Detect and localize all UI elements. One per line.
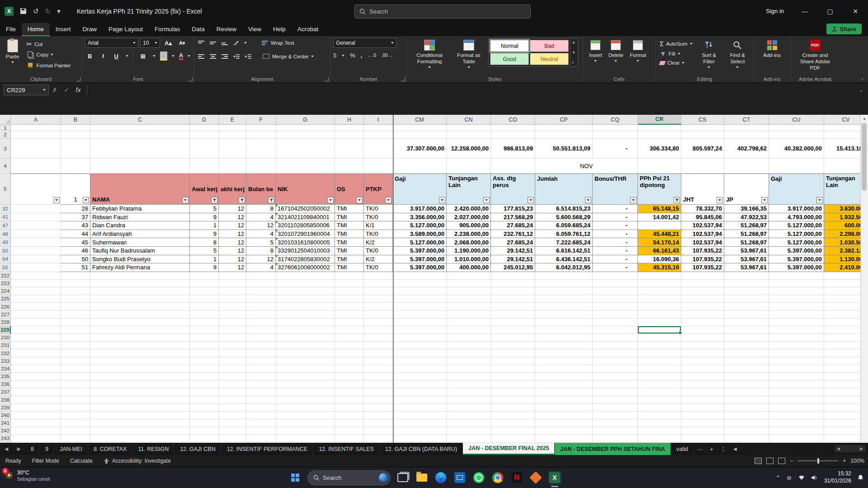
cell-CR230[interactable] <box>638 334 681 342</box>
cell-E54[interactable]: 12 <box>219 255 246 264</box>
cell-E222[interactable] <box>219 272 246 280</box>
cell-CM230[interactable] <box>393 334 447 342</box>
sheet-menu-icon[interactable]: ⋮ <box>717 446 729 453</box>
row-header-235[interactable]: 235 <box>0 373 11 380</box>
orientation-options-icon[interactable] <box>244 42 247 44</box>
cell-B235[interactable] <box>61 373 90 380</box>
format-painter-button[interactable]: Format Painter <box>25 61 72 70</box>
cell-CT3[interactable]: 402.798,62 <box>724 139 769 159</box>
cell-A238[interactable] <box>11 396 61 404</box>
row-header-1[interactable]: 1 <box>0 125 11 131</box>
cell-I47[interactable]: K/1 <box>364 221 393 230</box>
cell-B47[interactable]: 43 <box>61 221 90 230</box>
cell-CP233[interactable] <box>535 357 593 365</box>
cell-D231[interactable] <box>190 342 219 349</box>
cell-E3[interactable] <box>219 139 246 159</box>
cell-H231[interactable] <box>335 342 364 349</box>
cell-style-normal[interactable]: Normal <box>490 40 529 52</box>
cell-A231[interactable] <box>11 342 61 349</box>
filter-funnel-icon[interactable] <box>674 197 680 203</box>
underline-options-icon[interactable] <box>126 55 128 57</box>
cell-G32[interactable]: 1671042502050002 <box>276 205 335 213</box>
cell-CU242[interactable] <box>769 427 824 435</box>
cell-CM229[interactable] <box>393 326 447 334</box>
column-header-C[interactable]: C <box>90 115 190 125</box>
cell-I225[interactable] <box>364 295 393 303</box>
cell-CP241[interactable] <box>535 419 593 427</box>
cell-CS237[interactable] <box>681 388 724 396</box>
notification-bell-icon[interactable] <box>858 474 863 481</box>
sheet-tab-jan-desember-final-2025[interactable]: JAN - DESEMBER FINAL 2025 <box>463 443 555 455</box>
cell-G2[interactable] <box>276 131 335 139</box>
cell-C223[interactable] <box>90 280 190 287</box>
cell-CS226[interactable] <box>681 303 724 310</box>
edge-button[interactable] <box>434 471 448 484</box>
cell-CN225[interactable] <box>447 295 491 303</box>
column-header-CR[interactable]: CR <box>638 115 681 125</box>
cell-CP49[interactable]: 7.222.685,24 <box>535 238 593 247</box>
cell-F50[interactable]: 8 <box>246 247 276 255</box>
cell-CT224[interactable] <box>724 287 769 295</box>
cell-CP236[interactable] <box>535 380 593 388</box>
cell-CR49[interactable]: 54.170,14 <box>638 238 681 247</box>
cell-CT235[interactable] <box>724 373 769 380</box>
cell-CM47[interactable]: 5.127.000,00 <box>393 221 447 230</box>
cell-CM226[interactable] <box>393 303 447 310</box>
styles-gallery-more-icon[interactable]: ≡ <box>572 61 576 65</box>
cell-G55[interactable]: 3276061008000002 <box>276 263 335 272</box>
cell-A50[interactable] <box>11 247 61 255</box>
cell-CR5[interactable]: PPh Psl 21 dipotong <box>638 174 681 205</box>
cell-CM222[interactable] <box>393 272 447 280</box>
clipboard-dialog-launcher[interactable] <box>76 77 80 81</box>
sheet-tab-11-resign[interactable]: 11. RESIGN <box>132 443 175 455</box>
cell-CQ222[interactable] <box>593 272 638 280</box>
cell-D243[interactable] <box>190 435 219 442</box>
cell-H232[interactable] <box>335 349 364 357</box>
cell-CT4[interactable] <box>724 159 769 174</box>
cell-CT239[interactable] <box>724 404 769 412</box>
cell-CO233[interactable] <box>491 357 535 365</box>
cell-G227[interactable] <box>276 311 335 319</box>
cell-CP224[interactable] <box>535 287 593 295</box>
cell-CN2[interactable] <box>447 131 491 139</box>
cell-I233[interactable] <box>364 357 393 365</box>
cell-G225[interactable] <box>276 295 335 303</box>
accessibility-status[interactable]: Accessibility: Investigate <box>98 458 176 464</box>
cell-G235[interactable] <box>276 373 335 380</box>
font-color-options-icon[interactable] <box>188 55 190 57</box>
underline-button[interactable]: U <box>111 52 121 61</box>
orientation-icon[interactable] <box>232 39 240 47</box>
cell-B223[interactable] <box>61 280 90 287</box>
cell-CP222[interactable] <box>535 272 593 280</box>
cell-I4[interactable] <box>364 159 393 174</box>
cell-F224[interactable] <box>246 287 276 295</box>
filter-dropdown-icon[interactable] <box>761 197 768 203</box>
ribbon-tab-acrobat[interactable]: Acrobat <box>292 23 325 36</box>
cell-CU32[interactable]: 3.917.000,00 <box>769 205 824 213</box>
cell-CN226[interactable] <box>447 303 491 310</box>
cell-G3[interactable] <box>276 139 335 159</box>
cell-CP54[interactable]: 6.436.142,51 <box>535 255 593 264</box>
cell-CT236[interactable] <box>724 380 769 388</box>
create-share-pdf-button[interactable]: PDF Create and Share Adobe PDF <box>793 38 837 72</box>
weather-widget[interactable]: ☀6 30°C Sebagian cerah <box>5 469 50 482</box>
outlook-button[interactable] <box>453 471 467 484</box>
cell-G230[interactable] <box>276 334 335 342</box>
cell-CR236[interactable] <box>638 380 681 388</box>
cell-CR237[interactable] <box>638 388 681 396</box>
cell-D238[interactable] <box>190 396 219 404</box>
cell-CQ237[interactable] <box>593 388 638 396</box>
cell-CU237[interactable] <box>769 388 824 396</box>
cell-D41[interactable]: 9 <box>190 213 219 222</box>
cell-CU54[interactable]: 5.397.000,00 <box>769 255 824 264</box>
cell-I236[interactable] <box>364 380 393 388</box>
cell-CN227[interactable] <box>447 311 491 319</box>
cell-F237[interactable] <box>246 388 276 396</box>
cell-CS50[interactable]: 107.935,22 <box>681 247 724 255</box>
cell-F5[interactable]: Bulan be <box>246 174 276 205</box>
cell-D234[interactable] <box>190 365 219 373</box>
cell-CN222[interactable] <box>447 272 491 280</box>
cell-CS232[interactable] <box>681 349 724 357</box>
merge-center-button[interactable]: Merge & Center <box>261 52 315 61</box>
row-header-241[interactable]: 241 <box>0 419 11 427</box>
